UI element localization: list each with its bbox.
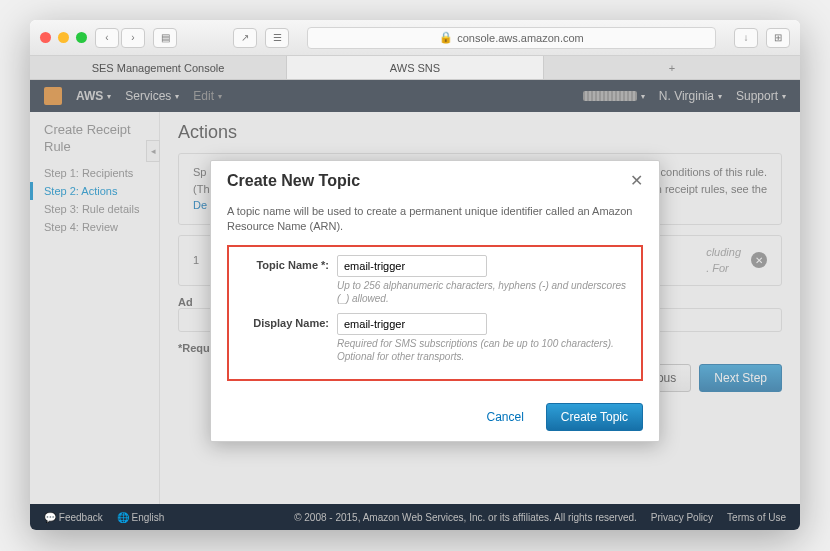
topic-name-hint: Up to 256 alphanumeric characters, hyphe… bbox=[337, 279, 631, 305]
topic-name-label: Topic Name *: bbox=[239, 255, 329, 277]
modal-cancel-button[interactable]: Cancel bbox=[472, 403, 537, 431]
privacy-link[interactable]: Privacy Policy bbox=[651, 512, 713, 523]
tabs-overview-icon[interactable]: ⊞ bbox=[766, 28, 790, 48]
lock-icon: 🔒 bbox=[439, 31, 453, 44]
traffic-lights bbox=[40, 32, 87, 43]
forward-button[interactable]: › bbox=[121, 28, 145, 48]
browser-tab-sns[interactable]: AWS SNS bbox=[287, 56, 544, 79]
url-text: console.aws.amazon.com bbox=[457, 32, 584, 44]
topic-name-input[interactable] bbox=[337, 255, 487, 277]
browser-window: ‹ › ▤ ↗ ☰ 🔒 console.aws.amazon.com ↓ ⊞ S… bbox=[30, 20, 800, 530]
feedback-link[interactable]: 💬 Feedback bbox=[44, 512, 103, 523]
browser-tabs: SES Management Console AWS SNS + bbox=[30, 56, 800, 80]
browser-tab-ses[interactable]: SES Management Console bbox=[30, 56, 287, 79]
address-bar[interactable]: 🔒 console.aws.amazon.com bbox=[307, 27, 716, 49]
new-tab-button[interactable]: + bbox=[544, 56, 800, 79]
sidebar-toggle-icon[interactable]: ▤ bbox=[153, 28, 177, 48]
share-icon[interactable]: ↗ bbox=[233, 28, 257, 48]
create-topic-button[interactable]: Create Topic bbox=[546, 403, 643, 431]
minimize-window-icon[interactable] bbox=[58, 32, 69, 43]
display-name-input[interactable] bbox=[337, 313, 487, 335]
modal-close-icon[interactable]: ✕ bbox=[630, 171, 643, 190]
display-name-label: Display Name: bbox=[239, 313, 329, 335]
titlebar: ‹ › ▤ ↗ ☰ 🔒 console.aws.amazon.com ↓ ⊞ bbox=[30, 20, 800, 56]
back-button[interactable]: ‹ bbox=[95, 28, 119, 48]
modal-fields: Topic Name *: Up to 256 alphanumeric cha… bbox=[227, 245, 643, 381]
downloads-icon[interactable]: ↓ bbox=[734, 28, 758, 48]
terms-link[interactable]: Terms of Use bbox=[727, 512, 786, 523]
create-topic-modal: Create New Topic ✕ A topic name will be … bbox=[210, 160, 660, 442]
reader-icon[interactable]: ☰ bbox=[265, 28, 289, 48]
modal-title: Create New Topic bbox=[227, 172, 360, 190]
copyright-text: © 2008 - 2015, Amazon Web Services, Inc.… bbox=[294, 512, 637, 523]
zoom-window-icon[interactable] bbox=[76, 32, 87, 43]
display-name-hint: Required for SMS subscriptions (can be u… bbox=[337, 337, 631, 363]
close-window-icon[interactable] bbox=[40, 32, 51, 43]
modal-description: A topic name will be used to create a pe… bbox=[227, 204, 643, 235]
language-link[interactable]: 🌐 English bbox=[117, 512, 165, 523]
aws-footer: 💬 Feedback 🌐 English © 2008 - 2015, Amaz… bbox=[30, 504, 800, 530]
